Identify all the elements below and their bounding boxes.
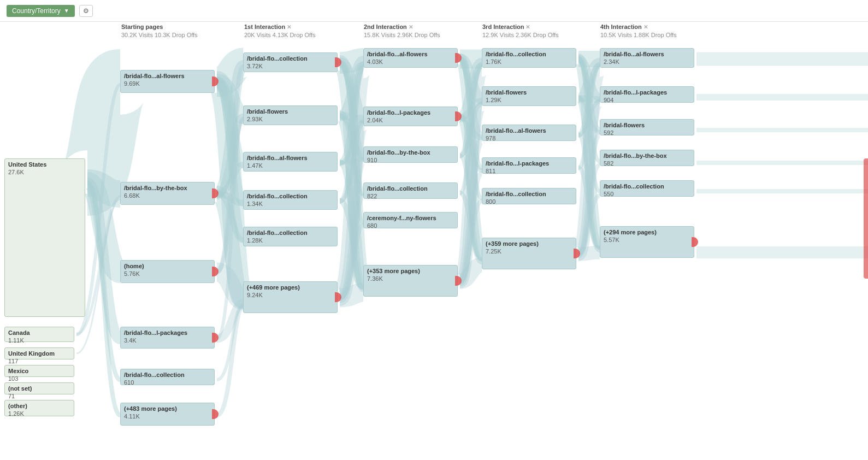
int2-label-3: /bridal-flo...by-the-box [367,149,454,156]
int4-label-3: /bridal-flowers [604,121,690,129]
int3-value-6: 7.25K [486,247,572,255]
start-label-5: /bridal-flo...collection [124,371,211,379]
int2-value-4: 822 [367,192,454,200]
int4-label-4: /bridal-flo...by-the-box [604,152,690,160]
int2-value-3: 910 [367,156,454,164]
node-canada[interactable]: Canada 1.11K [4,327,74,342]
country-name-other: (other) [8,402,70,410]
start-label-3: (home) [124,262,211,270]
start-node-2[interactable]: /bridal-flo...by-the-box 6.68K [120,182,215,205]
int2-node-4[interactable]: /bridal-flo...collection 822 [363,182,458,199]
start-node-3[interactable]: (home) 5.76K [120,260,215,283]
int3-label-6: (+359 more pages) [486,240,572,247]
start-value-5: 610 [124,379,211,386]
int1-label-1: /bridal-flo...collection [247,55,334,62]
int4-value-1: 2.34K [604,58,690,66]
country-name-mx: Mexico [8,367,70,375]
int2-label-6: (+353 more pages) [367,267,454,275]
int3-value-4: 811 [486,167,572,175]
start-label-2: /bridal-flo...by-the-box [124,184,211,192]
int2-label-4: /bridal-flo...collection [367,185,454,192]
int3-node-6[interactable]: (+359 more pages) 7.25K [482,238,576,269]
int3-value-3: 978 [486,134,572,142]
int1-node-2[interactable]: /bridal-flowers 2.93K [243,105,338,125]
int2-node-5[interactable]: /ceremony-f...ny-flowers 680 [363,212,458,228]
int4-value-6: 5.57K [604,236,690,244]
int3-node-1[interactable]: /bridal-flo...collection 1.76K [482,48,576,68]
int3-node-5[interactable]: /bridal-flo...collection 800 [482,188,576,204]
country-value-notset: 71 [8,392,70,400]
int1-node-5[interactable]: /bridal-flo...collection 1.28K [243,227,338,246]
int1-value-3: 1.47K [247,162,334,169]
int2-node-3[interactable]: /bridal-flo...by-the-box 910 [363,146,458,163]
int3-value-5: 800 [486,198,572,205]
int4-node-1[interactable]: /bridal-flo...al-flowers 2.34K [600,48,694,68]
int3-value-2: 1.29K [486,96,572,104]
int1-label-4: /bridal-flo...collection [247,192,334,200]
node-mexico[interactable]: Mexico 103 [4,365,74,377]
int3-label-4: /bridal-flo...l-packages [486,160,572,167]
country-name-uk: United Kingdom [8,350,70,357]
top-bar: Country/Territory ▼ ⚙ [0,0,868,22]
int3-node-3[interactable]: /bridal-flo...al-flowers 978 [482,125,576,141]
int1-node-1[interactable]: /bridal-flo...collection 3.72K [243,52,338,72]
int4-node-6[interactable]: (+294 more pages) 5.57K [600,226,694,258]
int1-label-3: /bridal-flo...al-flowers [247,154,334,162]
start-node-4[interactable]: /bridal-flo...l-packages 3.4K [120,327,215,349]
country-filter-dropdown[interactable]: Country/Territory ▼ [7,5,75,17]
int1-label-2: /bridal-flowers [247,108,334,115]
settings-button[interactable]: ⚙ [79,5,93,17]
node-not-set[interactable]: (not set) 71 [4,382,74,394]
country-value-uk: 117 [8,357,70,365]
int2-value-5: 680 [367,222,454,229]
main-content: Starting pages 30.2K Visits 10.3K Drop O… [0,22,868,460]
start-node-1[interactable]: /bridal-flo...al-flowers 9.69K [120,70,215,93]
int4-value-2: 904 [604,96,690,104]
int2-node-6[interactable]: (+353 more pages) 7.36K [363,265,458,297]
int1-value-2: 2.93K [247,115,334,123]
int1-label-6: (+469 more pages) [247,284,334,291]
int3-label-3: /bridal-flo...al-flowers [486,127,572,134]
int1-value-1: 3.72K [247,62,334,70]
int1-node-3[interactable]: /bridal-flo...al-flowers 1.47K [243,152,338,172]
int1-value-5: 1.28K [247,237,334,244]
int1-node-4[interactable]: /bridal-flo...collection 1.34K [243,190,338,210]
country-name-notset: (not set) [8,385,70,392]
node-other[interactable]: (other) 1.26K [4,400,74,416]
int4-node-5[interactable]: /bridal-flo...collection 550 [600,180,694,197]
int3-node-4[interactable]: /bridal-flo...l-packages 811 [482,157,576,174]
int1-value-6: 9.24K [247,291,334,299]
node-united-states[interactable]: United States 27.6K [4,158,85,317]
start-value-3: 5.76K [124,270,211,278]
start-node-5[interactable]: /bridal-flo...collection 610 [120,369,215,385]
int2-node-1[interactable]: /bridal-flo...al-flowers 4.03K [363,48,458,68]
int1-node-6[interactable]: (+469 more pages) 9.24K [243,281,338,313]
int3-label-1: /bridal-flo...collection [486,50,572,58]
int4-node-3[interactable]: /bridal-flowers 592 [600,119,694,135]
int2-label-5: /ceremony-f...ny-flowers [367,214,454,222]
int4-label-5: /bridal-flo...collection [604,182,690,190]
int2-value-1: 4.03K [367,58,454,66]
int3-value-1: 1.76K [486,58,572,66]
country-name-us: United States [8,161,81,168]
int1-value-4: 1.34K [247,200,334,208]
start-value-4: 3.4K [124,337,211,344]
int2-node-2[interactable]: /bridal-flo...l-packages 2.04K [363,107,458,126]
country-value-other: 1.26K [8,410,70,417]
int2-value-2: 2.04K [367,116,454,124]
start-label-6: (+483 more pages) [124,405,211,412]
int4-value-3: 592 [604,129,690,137]
int3-node-2[interactable]: /bridal-flowers 1.29K [482,86,576,106]
int4-label-2: /bridal-flo...l-packages [604,89,690,96]
int4-node-4[interactable]: /bridal-flo...by-the-box 582 [600,150,694,166]
int4-value-4: 582 [604,160,690,167]
country-value-us: 27.6K [8,168,81,176]
int4-node-2[interactable]: /bridal-flo...l-packages 904 [600,86,694,103]
start-label-4: /bridal-flo...l-packages [124,329,211,337]
start-value-6: 4.11K [124,412,211,420]
int2-value-6: 7.36K [367,275,454,282]
filter-label: Country/Territory [12,7,61,15]
int3-label-5: /bridal-flo...collection [486,190,572,198]
start-node-6[interactable]: (+483 more pages) 4.11K [120,403,215,426]
node-uk[interactable]: United Kingdom 117 [4,347,74,359]
